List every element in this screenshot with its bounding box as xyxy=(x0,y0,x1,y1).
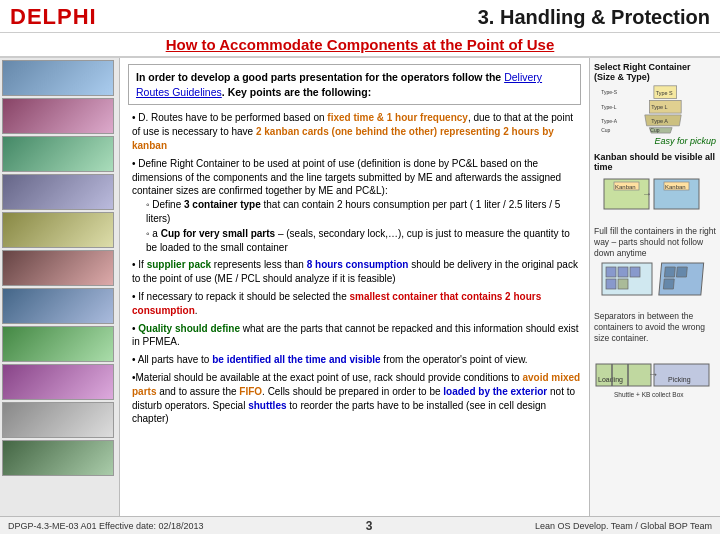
svg-text:Type L: Type L xyxy=(651,104,667,110)
right-section-1: Select Right Container(Size & Type) Type… xyxy=(594,62,716,146)
sidebar-image-8 xyxy=(2,326,114,362)
container-fill-diagram xyxy=(594,259,712,303)
svg-text:Kanban: Kanban xyxy=(615,184,636,190)
footer-right: Lean OS Develop. Team / Global BOP Team xyxy=(535,521,712,531)
right-section-4: Separators in between the containers to … xyxy=(594,311,716,402)
kanban-diagram: Kanban Kanban → xyxy=(594,174,712,218)
sub-bullet-1: ◦ Define 3 container type that can conta… xyxy=(132,198,581,226)
right-label-1: Select Right Container(Size & Type) xyxy=(594,62,716,82)
sidebar-image-7 xyxy=(2,288,114,324)
bullet-6: • All parts have to be identified all th… xyxy=(128,353,581,367)
svg-text:Cup: Cup xyxy=(650,127,659,133)
svg-text:Picking: Picking xyxy=(668,376,691,384)
sidebar-image-9 xyxy=(2,364,114,400)
left-sidebar xyxy=(0,58,120,516)
right-section-3: Full fill the containers in the right wa… xyxy=(594,226,716,305)
svg-rect-26 xyxy=(664,267,675,277)
svg-text:Type S: Type S xyxy=(656,90,673,96)
bullet-1: • D. Routes have to be performed based o… xyxy=(128,111,581,152)
sidebar-image-5 xyxy=(2,212,114,248)
subtitle-text: How to Accommodate Components at the Poi… xyxy=(166,36,555,53)
svg-text:Type-S: Type-S xyxy=(601,89,618,95)
footer: DPGP-4.3-ME-03 A01 Effective date: 02/18… xyxy=(0,516,720,534)
bullet-3: • If supplier pack represents less than … xyxy=(128,258,581,286)
bullet-5: • Quality should define what are the par… xyxy=(128,322,581,350)
container-type-diagram: Type S Type L Type A Cup Type-S Type-L T… xyxy=(594,84,712,134)
svg-rect-28 xyxy=(663,279,674,289)
sidebar-image-10 xyxy=(2,402,114,438)
intro-text: In order to develop a good parts present… xyxy=(136,71,542,98)
right-section-2: Kanban should be visible alltime Kanban … xyxy=(594,152,716,220)
svg-text:→: → xyxy=(642,188,652,199)
sidebar-image-6 xyxy=(2,250,114,286)
svg-rect-27 xyxy=(676,267,687,277)
sidebar-image-4 xyxy=(2,174,114,210)
sidebar-image-11 xyxy=(2,440,114,476)
footer-page-number: 3 xyxy=(366,519,373,533)
bullet-7: •Material should be available at the exa… xyxy=(128,371,581,426)
main-content: In order to develop a good parts present… xyxy=(0,58,720,516)
sidebar-image-2 xyxy=(2,98,114,134)
right-desc-4: Separators in between the containers to … xyxy=(594,311,716,344)
intro-box: In order to develop a good parts present… xyxy=(128,64,581,105)
svg-text:→: → xyxy=(648,368,659,380)
svg-rect-24 xyxy=(618,279,628,289)
right-desc-3: Full fill the containers in the right wa… xyxy=(594,226,716,259)
right-label-2: Kanban should be visible alltime xyxy=(594,152,716,172)
svg-text:Type A: Type A xyxy=(651,118,668,124)
bullet-content: • D. Routes have to be performed based o… xyxy=(128,109,581,432)
sidebar-image-3 xyxy=(2,136,114,172)
page-title: 3. Handling & Protection xyxy=(478,6,710,29)
separators-diagram: Loading Picking Shuttle + KB collect Box… xyxy=(594,344,712,400)
svg-rect-22 xyxy=(630,267,640,277)
header: DELPHI 3. Handling & Protection xyxy=(0,0,720,33)
footer-left: DPGP-4.3-ME-03 A01 Effective date: 02/18… xyxy=(8,521,203,531)
subtitle-bar: How to Accommodate Components at the Poi… xyxy=(0,33,720,58)
svg-text:Type-L: Type-L xyxy=(601,104,617,110)
svg-rect-21 xyxy=(618,267,628,277)
svg-text:Type-A: Type-A xyxy=(601,118,618,124)
svg-text:Shuttle + KB collect Box: Shuttle + KB collect Box xyxy=(614,391,684,398)
svg-text:Cup: Cup xyxy=(601,127,610,133)
svg-rect-20 xyxy=(606,267,616,277)
bullet-2: • Define Right Container to be used at p… xyxy=(128,157,581,255)
svg-text:Loading: Loading xyxy=(598,376,623,384)
sidebar-image-1 xyxy=(2,60,114,96)
sub-bullet-2: ◦ a Cup for very small parts – (seals, s… xyxy=(132,227,581,255)
delphi-logo: DELPHI xyxy=(10,4,97,30)
svg-rect-23 xyxy=(606,279,616,289)
easy-pickup-label: Easy for pickup xyxy=(594,136,716,146)
right-sidebar: Select Right Container(Size & Type) Type… xyxy=(590,58,720,516)
center-content: In order to develop a good parts present… xyxy=(120,58,590,516)
bullet-4: • If necessary to repack it should be se… xyxy=(128,290,581,318)
svg-text:Kanban: Kanban xyxy=(665,184,686,190)
